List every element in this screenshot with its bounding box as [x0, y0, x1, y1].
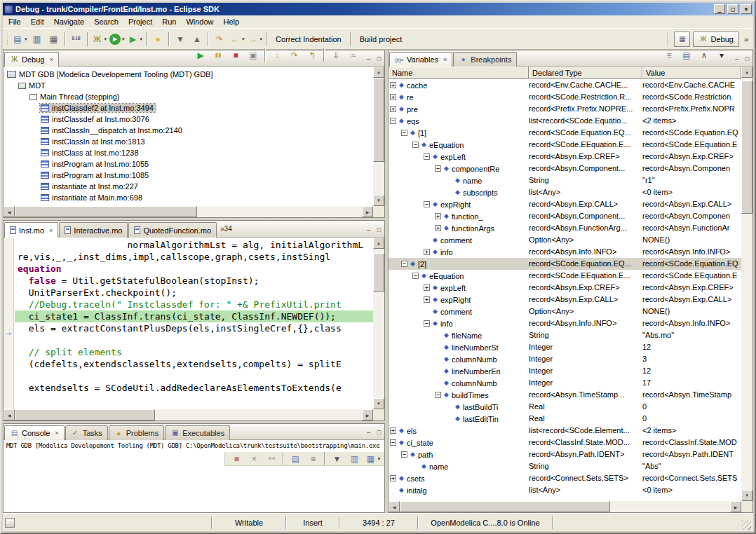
- scroll-right-icon[interactable]: ▶: [362, 206, 373, 217]
- variable-row[interactable]: +◆rerecord<SCode.Restriction.R...record<…: [389, 91, 741, 103]
- editor-horizontal-scrollbar[interactable]: ◀ ▶: [4, 409, 373, 420]
- code-line[interactable]: re,vis,_,_,inst_dims,impl,callscope,grap…: [15, 251, 373, 263]
- variable-row[interactable]: −◆eqslist<record<SCode.Equatio...<2 item…: [389, 115, 741, 127]
- close-view-icon[interactable]: ×: [55, 430, 58, 437]
- scroll-left-icon[interactable]: ◀: [4, 409, 15, 420]
- new-wizard-button[interactable]: ▤▾: [11, 31, 29, 48]
- debug-tree-item[interactable]: instProgram at Inst.mo:1085: [40, 171, 151, 179]
- menu-item-file[interactable]: File: [4, 16, 26, 27]
- previous-annotation-button[interactable]: ▲: [189, 31, 205, 48]
- expand-plus-icon[interactable]: +: [390, 106, 396, 112]
- scrollbar-thumb[interactable]: [373, 253, 384, 292]
- expand-plus-icon[interactable]: +: [424, 296, 430, 303]
- step-return-button[interactable]: ↰: [304, 47, 320, 64]
- variable-row[interactable]: −◆buildTimesrecord<Absyn.TimeStamp...rec…: [389, 389, 741, 401]
- debug-tree-item[interactable]: instProgram at Inst.mo:1055: [40, 160, 151, 168]
- variable-row[interactable]: −◆ci_staterecord<ClassInf.State.MOD...re…: [389, 437, 741, 449]
- debug-tree-row[interactable]: instProgram at Inst.mo:1055: [4, 158, 373, 170]
- menu-item-window[interactable]: Window: [181, 16, 218, 27]
- next-annotation-button[interactable]: ▼: [172, 31, 189, 48]
- scroll-left-icon[interactable]: ◀: [389, 501, 400, 512]
- variable-row[interactable]: +◆elslist<record<SCode.Element...<2 item…: [389, 425, 741, 437]
- variable-row[interactable]: +◆csetsrecord<Connect.Sets.SETS>record<C…: [389, 472, 741, 484]
- variable-row[interactable]: ◆commentOption<Any>NONE(): [389, 234, 741, 246]
- forward-button[interactable]: →▾: [246, 31, 264, 48]
- menu-item-help[interactable]: Help: [219, 16, 245, 27]
- collapse-minus-icon[interactable]: −: [401, 130, 407, 136]
- debug-tree-item[interactable]: instClassIn__dispatch at Inst.mo:2140: [40, 126, 184, 135]
- show-logical-structures-button[interactable]: ▤: [678, 47, 695, 64]
- collapse-minus-icon[interactable]: −: [424, 201, 430, 207]
- tab-executables[interactable]: ▣Executables: [165, 425, 230, 440]
- clear-console-button[interactable]: ▤: [287, 451, 304, 467]
- open-perspective-button[interactable]: ▦: [674, 32, 690, 47]
- variable-row[interactable]: ◆commentOption<Any>NONE(): [389, 306, 741, 317]
- debug-tree-row[interactable]: instClass at Inst.mo:1238: [4, 147, 373, 158]
- tab-tasks[interactable]: ✓Tasks: [65, 425, 108, 440]
- debug-tree-item[interactable]: instantiate at Main.mo:698: [40, 193, 144, 202]
- external-tools-button[interactable]: ▶▾: [126, 31, 144, 48]
- debug-tree-item[interactable]: MDT: [18, 81, 48, 90]
- code-line[interactable]: (cdefelts,extendsclasselts,extendselts,c…: [15, 358, 373, 370]
- debug-tree-item[interactable]: instClassdef2 at Inst.mo:3494: [40, 104, 156, 112]
- code-line[interactable]: //Debug.traceln(" Instclassdef for: " +&…: [15, 299, 373, 310]
- code-line[interactable]: [15, 334, 373, 346]
- variable-row[interactable]: ◆initalglist<Any><0 item>: [389, 484, 741, 496]
- variable-row[interactable]: +◆functionArgsrecord<Absyn.FunctionArg..…: [389, 222, 741, 234]
- close-view-icon[interactable]: ×: [49, 56, 53, 63]
- remove-all-launches-button[interactable]: ××: [263, 451, 280, 467]
- expand-plus-icon[interactable]: +: [435, 213, 441, 219]
- save-button[interactable]: ▥: [29, 31, 46, 48]
- console-output-area[interactable]: [4, 466, 384, 512]
- code-line[interactable]: extendselts = SCodeUtil.addRedeclareAsEl…: [15, 382, 373, 394]
- variable-row[interactable]: −◆eEquationrecord<SCode.EEquation.E...re…: [389, 139, 741, 151]
- expand-plus-icon[interactable]: +: [390, 427, 396, 434]
- variable-row[interactable]: ◆lineNumberEnInteger12: [389, 365, 741, 377]
- variable-row[interactable]: ◆lastEditTinReal0: [389, 413, 741, 425]
- variable-row[interactable]: −◆[2]record<SCode.Equation.EQ...record<S…: [389, 258, 741, 270]
- suspend-button[interactable]: ▮▮: [210, 47, 227, 64]
- editor-overflow-chevron[interactable]: »34: [220, 225, 232, 233]
- terminate-button[interactable]: ■: [227, 47, 244, 64]
- code-line[interactable]: equation: [15, 263, 373, 275]
- resume-button[interactable]: ▶: [192, 47, 209, 64]
- variable-row[interactable]: −◆pathrecord<Absyn.Path.IDENT>record<Abs…: [389, 449, 741, 460]
- remove-launch-button[interactable]: ×: [245, 451, 262, 467]
- code-line[interactable]: ci_state1 = ClassInf.trans(ci_state, Cla…: [15, 310, 373, 322]
- code-line[interactable]: [15, 370, 373, 382]
- collapse-minus-icon[interactable]: −: [435, 165, 441, 172]
- variable-row[interactable]: +◆function_record<Absyn.Component...reco…: [389, 210, 741, 222]
- expand-plus-icon[interactable]: +: [390, 475, 396, 481]
- variable-row[interactable]: +◆expLeftrecord<Absyn.Exp.CREF>record<Ab…: [389, 282, 741, 294]
- collapse-minus-icon[interactable]: −: [412, 273, 419, 279]
- close-view-icon[interactable]: ×: [443, 56, 447, 63]
- maximize-view-icon[interactable]: □: [742, 54, 752, 64]
- debug-tree-row[interactable]: instantiate at Main.mo:698: [4, 192, 373, 203]
- maximize-window-button[interactable]: □: [727, 4, 738, 14]
- variable-row[interactable]: +◆cacherecord<Env.Cache.CACHE...record<E…: [389, 79, 741, 91]
- minimize-view-icon[interactable]: –: [363, 54, 374, 64]
- debug-tree-row[interactable]: MDT GDB [Modelica Developement Tooling (…: [4, 69, 373, 80]
- use-step-filters-button[interactable]: ≈: [345, 47, 362, 64]
- minimize-view-icon[interactable]: –: [363, 427, 374, 437]
- column-header-name[interactable]: Name: [389, 67, 529, 79]
- scroll-right-icon[interactable]: ▶: [730, 501, 741, 512]
- editor-tab-quotedfunction-mo[interactable]: QuotedFunction.mo: [128, 222, 217, 238]
- variable-row[interactable]: +◆prerecord<Prefix.Prefix.NOPRE...record…: [389, 103, 741, 115]
- editor-tab-interactive-mo[interactable]: Interactive.mo: [59, 222, 128, 238]
- maximize-view-icon[interactable]: □: [374, 225, 384, 235]
- scroll-up-icon[interactable]: ▲: [373, 67, 384, 78]
- scrollbar-thumb[interactable]: [741, 81, 752, 214]
- last-edit-location-button[interactable]: ↷: [211, 31, 228, 48]
- variable-row[interactable]: −◆expLeftrecord<Absyn.Exp.CREF>record<Ab…: [389, 151, 741, 163]
- scroll-down-icon[interactable]: ▼: [741, 490, 752, 501]
- debug-tree-row[interactable]: instClassdef2 at Inst.mo:3494: [4, 102, 373, 114]
- code-line[interactable]: false = Util.getStatefulBoolean(stopInst…: [15, 275, 373, 287]
- disconnect-button[interactable]: ▣: [245, 47, 262, 64]
- expand-plus-icon[interactable]: +: [390, 94, 396, 100]
- variable-row[interactable]: −◆inforecord<Absyn.Info.INFO>record<Absy…: [389, 317, 741, 329]
- step-over-button[interactable]: ↷: [286, 47, 303, 64]
- build-project-button[interactable]: Build project: [353, 31, 409, 48]
- editor-vertical-scrollbar[interactable]: ▲ ▼: [373, 238, 384, 409]
- tab-debug[interactable]: Ж Debug ×: [4, 52, 59, 67]
